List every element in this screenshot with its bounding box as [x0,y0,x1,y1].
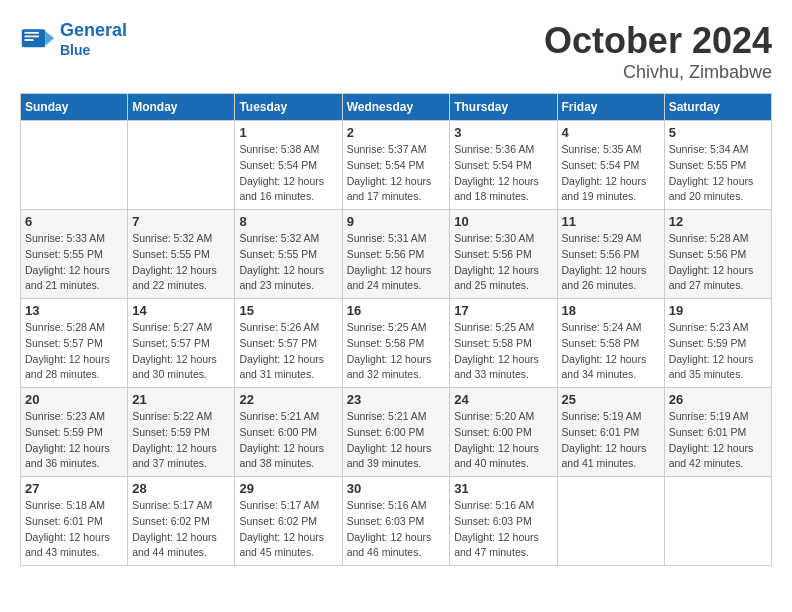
weekday-header: Saturday [664,94,771,121]
day-info: Sunrise: 5:25 AMSunset: 5:58 PMDaylight:… [454,320,552,383]
calendar-day-cell: 7 Sunrise: 5:32 AMSunset: 5:55 PMDayligh… [128,210,235,299]
day-info: Sunrise: 5:28 AMSunset: 5:57 PMDaylight:… [25,320,123,383]
day-info: Sunrise: 5:19 AMSunset: 6:01 PMDaylight:… [562,409,660,472]
calendar-day-cell: 28 Sunrise: 5:17 AMSunset: 6:02 PMDaylig… [128,477,235,566]
calendar-day-cell: 5 Sunrise: 5:34 AMSunset: 5:55 PMDayligh… [664,121,771,210]
day-number: 25 [562,392,660,407]
day-number: 23 [347,392,446,407]
day-info: Sunrise: 5:19 AMSunset: 6:01 PMDaylight:… [669,409,767,472]
calendar-day-cell: 29 Sunrise: 5:17 AMSunset: 6:02 PMDaylig… [235,477,342,566]
day-number: 10 [454,214,552,229]
day-number: 7 [132,214,230,229]
day-number: 31 [454,481,552,496]
day-info: Sunrise: 5:17 AMSunset: 6:02 PMDaylight:… [239,498,337,561]
day-info: Sunrise: 5:33 AMSunset: 5:55 PMDaylight:… [25,231,123,294]
day-info: Sunrise: 5:32 AMSunset: 5:55 PMDaylight:… [239,231,337,294]
svg-rect-3 [25,35,39,37]
calendar-day-cell: 30 Sunrise: 5:16 AMSunset: 6:03 PMDaylig… [342,477,450,566]
day-info: Sunrise: 5:24 AMSunset: 5:58 PMDaylight:… [562,320,660,383]
calendar-header-row: SundayMondayTuesdayWednesdayThursdayFrid… [21,94,772,121]
svg-rect-4 [25,39,34,41]
calendar-day-cell [21,121,128,210]
day-info: Sunrise: 5:17 AMSunset: 6:02 PMDaylight:… [132,498,230,561]
svg-rect-2 [25,31,39,33]
calendar-week-row: 13 Sunrise: 5:28 AMSunset: 5:57 PMDaylig… [21,299,772,388]
day-info: Sunrise: 5:32 AMSunset: 5:55 PMDaylight:… [132,231,230,294]
weekday-header: Wednesday [342,94,450,121]
calendar-day-cell: 23 Sunrise: 5:21 AMSunset: 6:00 PMDaylig… [342,388,450,477]
day-info: Sunrise: 5:26 AMSunset: 5:57 PMDaylight:… [239,320,337,383]
month-year: October 2024 [544,20,772,62]
calendar-day-cell: 27 Sunrise: 5:18 AMSunset: 6:01 PMDaylig… [21,477,128,566]
calendar-week-row: 20 Sunrise: 5:23 AMSunset: 5:59 PMDaylig… [21,388,772,477]
day-info: Sunrise: 5:25 AMSunset: 5:58 PMDaylight:… [347,320,446,383]
calendar-day-cell: 25 Sunrise: 5:19 AMSunset: 6:01 PMDaylig… [557,388,664,477]
calendar-day-cell: 19 Sunrise: 5:23 AMSunset: 5:59 PMDaylig… [664,299,771,388]
day-number: 27 [25,481,123,496]
day-number: 18 [562,303,660,318]
day-info: Sunrise: 5:20 AMSunset: 6:00 PMDaylight:… [454,409,552,472]
day-info: Sunrise: 5:21 AMSunset: 6:00 PMDaylight:… [239,409,337,472]
weekday-header: Sunday [21,94,128,121]
calendar-day-cell: 4 Sunrise: 5:35 AMSunset: 5:54 PMDayligh… [557,121,664,210]
day-number: 15 [239,303,337,318]
day-number: 3 [454,125,552,140]
day-number: 11 [562,214,660,229]
svg-marker-1 [45,31,54,45]
day-info: Sunrise: 5:22 AMSunset: 5:59 PMDaylight:… [132,409,230,472]
weekday-header: Monday [128,94,235,121]
day-info: Sunrise: 5:36 AMSunset: 5:54 PMDaylight:… [454,142,552,205]
day-number: 28 [132,481,230,496]
calendar-day-cell: 15 Sunrise: 5:26 AMSunset: 5:57 PMDaylig… [235,299,342,388]
day-number: 24 [454,392,552,407]
calendar-day-cell: 17 Sunrise: 5:25 AMSunset: 5:58 PMDaylig… [450,299,557,388]
calendar-day-cell: 2 Sunrise: 5:37 AMSunset: 5:54 PMDayligh… [342,121,450,210]
calendar-week-row: 6 Sunrise: 5:33 AMSunset: 5:55 PMDayligh… [21,210,772,299]
day-number: 4 [562,125,660,140]
day-info: Sunrise: 5:31 AMSunset: 5:56 PMDaylight:… [347,231,446,294]
calendar-day-cell: 3 Sunrise: 5:36 AMSunset: 5:54 PMDayligh… [450,121,557,210]
calendar-table: SundayMondayTuesdayWednesdayThursdayFrid… [20,93,772,566]
day-info: Sunrise: 5:27 AMSunset: 5:57 PMDaylight:… [132,320,230,383]
day-info: Sunrise: 5:38 AMSunset: 5:54 PMDaylight:… [239,142,337,205]
month-title: October 2024 Chivhu, Zimbabwe [544,20,772,83]
calendar-day-cell: 8 Sunrise: 5:32 AMSunset: 5:55 PMDayligh… [235,210,342,299]
calendar-day-cell: 22 Sunrise: 5:21 AMSunset: 6:00 PMDaylig… [235,388,342,477]
day-number: 8 [239,214,337,229]
day-number: 5 [669,125,767,140]
day-info: Sunrise: 5:30 AMSunset: 5:56 PMDaylight:… [454,231,552,294]
logo: General Blue [20,20,127,59]
calendar-day-cell: 18 Sunrise: 5:24 AMSunset: 5:58 PMDaylig… [557,299,664,388]
day-info: Sunrise: 5:18 AMSunset: 6:01 PMDaylight:… [25,498,123,561]
page-header: General Blue October 2024 Chivhu, Zimbab… [20,20,772,83]
day-number: 2 [347,125,446,140]
day-number: 19 [669,303,767,318]
calendar-day-cell: 24 Sunrise: 5:20 AMSunset: 6:00 PMDaylig… [450,388,557,477]
logo-icon [20,22,56,58]
calendar-day-cell: 11 Sunrise: 5:29 AMSunset: 5:56 PMDaylig… [557,210,664,299]
calendar-day-cell: 16 Sunrise: 5:25 AMSunset: 5:58 PMDaylig… [342,299,450,388]
day-number: 9 [347,214,446,229]
day-number: 1 [239,125,337,140]
calendar-day-cell: 14 Sunrise: 5:27 AMSunset: 5:57 PMDaylig… [128,299,235,388]
calendar-day-cell [664,477,771,566]
calendar-day-cell: 10 Sunrise: 5:30 AMSunset: 5:56 PMDaylig… [450,210,557,299]
day-info: Sunrise: 5:16 AMSunset: 6:03 PMDaylight:… [347,498,446,561]
weekday-header: Tuesday [235,94,342,121]
calendar-day-cell [557,477,664,566]
day-number: 16 [347,303,446,318]
day-number: 12 [669,214,767,229]
day-number: 17 [454,303,552,318]
day-number: 26 [669,392,767,407]
day-info: Sunrise: 5:21 AMSunset: 6:00 PMDaylight:… [347,409,446,472]
calendar-day-cell: 21 Sunrise: 5:22 AMSunset: 5:59 PMDaylig… [128,388,235,477]
day-info: Sunrise: 5:23 AMSunset: 5:59 PMDaylight:… [669,320,767,383]
calendar-day-cell [128,121,235,210]
location: Chivhu, Zimbabwe [544,62,772,83]
calendar-day-cell: 13 Sunrise: 5:28 AMSunset: 5:57 PMDaylig… [21,299,128,388]
day-info: Sunrise: 5:16 AMSunset: 6:03 PMDaylight:… [454,498,552,561]
day-number: 6 [25,214,123,229]
calendar-day-cell: 31 Sunrise: 5:16 AMSunset: 6:03 PMDaylig… [450,477,557,566]
day-number: 22 [239,392,337,407]
calendar-week-row: 1 Sunrise: 5:38 AMSunset: 5:54 PMDayligh… [21,121,772,210]
